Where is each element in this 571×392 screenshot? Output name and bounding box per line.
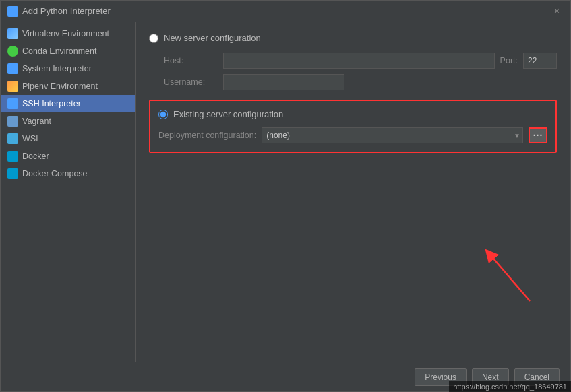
sidebar-label-ssh: SSH Interpreter [22, 99, 81, 108]
username-label: Username: [164, 77, 218, 87]
sidebar-item-docker-compose[interactable]: Docker Compose [1, 165, 135, 183]
sidebar-label-vagrant: Vagrant [22, 117, 51, 126]
username-row: Username: [164, 74, 557, 90]
sidebar-item-ssh[interactable]: SSH Interpreter [1, 95, 135, 112]
sidebar-label-wsl: WSL [22, 134, 40, 143]
new-server-label[interactable]: New server configuration [164, 33, 261, 43]
sidebar-item-docker[interactable]: Docker [1, 148, 135, 165]
sidebar-label-conda: Conda Environment [22, 46, 96, 56]
deployment-label: Deployment configuration: [158, 131, 256, 140]
close-button[interactable]: × [550, 5, 564, 18]
port-input[interactable] [523, 53, 557, 69]
app-icon [7, 6, 18, 17]
title-bar: Add Python Interpreter × [1, 1, 570, 22]
ellipsis-button[interactable]: ··· [529, 127, 547, 143]
conda-icon [7, 46, 18, 57]
dialog-body: Virtualenv Environment Conda Environment… [1, 22, 570, 362]
dialog-title: Add Python Interpreter [22, 6, 550, 16]
existing-server-radio[interactable] [158, 110, 168, 119]
sidebar-item-wsl[interactable]: WSL [1, 130, 135, 148]
existing-server-section: Existing server configuration Deployment… [149, 100, 557, 153]
sidebar-item-pipenv[interactable]: Pipenv Environment [1, 77, 135, 95]
sidebar-item-system[interactable]: System Interpreter [1, 60, 135, 77]
sidebar-label-docker: Docker [22, 152, 49, 161]
docker-compose-icon [7, 168, 18, 179]
sidebar-label-docker-compose: Docker Compose [22, 169, 88, 178]
existing-server-label[interactable]: Existing server configuration [173, 109, 283, 119]
pipenv-icon [7, 81, 18, 92]
deployment-row: Deployment configuration: (none) ▼ ··· [158, 127, 547, 143]
existing-server-header: Existing server configuration [158, 109, 547, 119]
sidebar: Virtualenv Environment Conda Environment… [1, 22, 136, 362]
virtualenv-icon [7, 28, 18, 39]
wsl-icon [7, 133, 18, 144]
annotation-arrow [469, 240, 550, 308]
port-label: Port: [500, 56, 518, 65]
svg-line-1 [489, 254, 530, 301]
new-server-form: Host: Port: Username: [149, 53, 557, 90]
sidebar-item-vagrant[interactable]: Vagrant [1, 112, 135, 130]
main-content: New server configuration Host: Port: Use… [136, 22, 570, 362]
host-input[interactable] [223, 53, 495, 69]
new-server-radio-row: New server configuration [149, 33, 557, 43]
host-row: Host: Port: [164, 53, 557, 69]
new-server-radio[interactable] [149, 34, 158, 43]
vagrant-icon [7, 116, 18, 127]
sidebar-label-pipenv: Pipenv Environment [22, 81, 98, 91]
dialog: Add Python Interpreter × Virtualenv Envi… [0, 0, 571, 392]
deployment-dropdown[interactable]: (none) [262, 127, 523, 143]
sidebar-item-conda[interactable]: Conda Environment [1, 42, 135, 60]
sidebar-item-virtualenv[interactable]: Virtualenv Environment [1, 25, 135, 42]
username-input[interactable] [223, 74, 344, 90]
ssh-icon [7, 98, 18, 109]
watermark: https://blog.csdn.net/qq_18649781 [449, 381, 571, 392]
sidebar-label-virtualenv: Virtualenv Environment [22, 29, 109, 38]
docker-icon [7, 151, 18, 162]
sidebar-label-system: System Interpreter [22, 64, 92, 73]
system-icon [7, 63, 18, 74]
deployment-select-wrapper: (none) ▼ [262, 127, 523, 143]
host-label: Host: [164, 56, 218, 65]
